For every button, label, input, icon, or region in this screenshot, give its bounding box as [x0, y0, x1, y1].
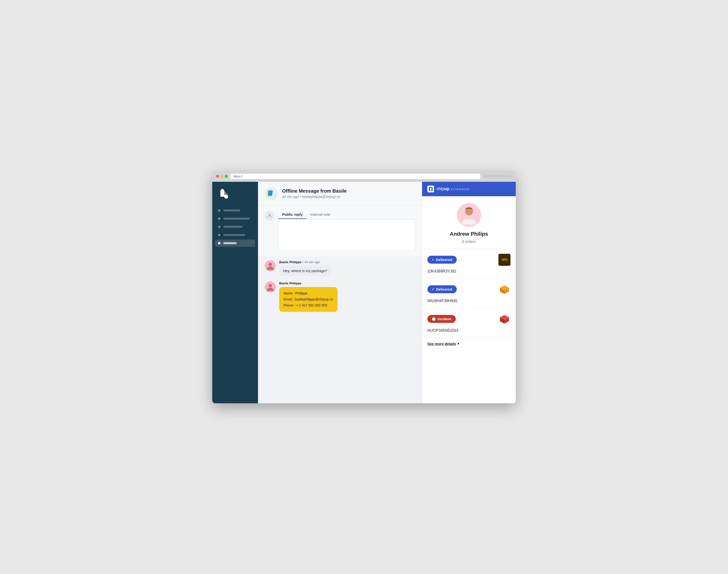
status-label-3: Incident: [437, 317, 452, 321]
user-icon: [267, 213, 272, 218]
order-tracking-2: 04U9H4F39H945: [427, 299, 510, 303]
reply-user-avatar: [265, 211, 274, 220]
order-item-2: ✓ Delivered 04U9H4F39H945: [422, 279, 516, 308]
ticket-email: basilephilippe@shipup.co: [302, 195, 340, 199]
red-box-svg: [499, 314, 510, 325]
chevron-down-icon: ▾: [457, 342, 459, 345]
chat-time-1: 44 min ago: [304, 260, 320, 264]
order-row-2: ✓ Delivered: [427, 283, 510, 295]
ticket-sender-avatar: [265, 187, 278, 200]
check-icon-1: ✓: [432, 258, 434, 261]
info-name-label: Name: [283, 291, 293, 295]
carrier-orange-box-icon: [498, 283, 510, 295]
chat-sender-1: Basile Philippe: [279, 260, 301, 264]
see-more-details[interactable]: See more details ▾: [422, 338, 516, 351]
sidebar-dot-3: [218, 226, 221, 228]
tab-public-reply[interactable]: Public reply: [278, 210, 306, 219]
carrier-red-box-icon: [498, 313, 510, 325]
info-email-value: basilephilippe@shipup.co: [295, 297, 333, 301]
orders-count: 3 orders: [462, 240, 476, 244]
ticket-info: Offline Message from Basile 44 min ago •…: [282, 188, 347, 199]
ticket-separator: •: [300, 195, 302, 199]
order-item-1: ✓ Delivered UPS 3JK4389R3YJ92: [422, 249, 516, 279]
reply-tabs-row: Public reply Internal note: [265, 210, 415, 252]
reply-textarea[interactable]: [278, 219, 415, 251]
chat-sender-2: Basile Philippe: [279, 282, 301, 285]
orders-list: ✓ Delivered UPS 3JK4389R3YJ92 ✓ Delivere…: [422, 249, 516, 403]
sidebar-dot-2: [218, 217, 221, 220]
chat-message-2: Basile Philippe Name : Philippe Email : …: [265, 282, 415, 312]
svg-point-6: [269, 284, 272, 287]
sidebar: [212, 182, 258, 403]
status-badge-2[interactable]: ✓ Delivered: [427, 285, 457, 293]
see-more-link-text[interactable]: See more details: [427, 342, 456, 346]
shipup-extension-label: EXTENSION: [451, 188, 469, 191]
svg-point-4: [269, 263, 272, 266]
sidebar-line-3: [223, 226, 242, 228]
sidebar-item-4[interactable]: [215, 232, 255, 239]
sidebar-line-1: [223, 209, 240, 211]
chat-message-1: Basile Philippe • 44 min ago Hey, where …: [265, 260, 415, 276]
chat-bubble-1: Hey, where is my package?: [279, 266, 331, 276]
ticket-time: 44 min ago: [282, 195, 299, 199]
status-badge-1[interactable]: ✓ Delivered: [427, 256, 457, 264]
status-badge-3[interactable]: 🕐 Incident: [427, 315, 456, 323]
info-name-value: Philippe: [295, 291, 307, 295]
ticket-header: Offline Message from Basile 44 min ago •…: [258, 182, 422, 206]
browser-window: https://: [212, 171, 516, 403]
up-text: up: [444, 187, 449, 191]
carrier-ups-icon: UPS: [498, 254, 510, 266]
chat-body-1: Basile Philippe • 44 min ago Hey, where …: [279, 260, 415, 276]
sidebar-item-3[interactable]: [215, 223, 255, 231]
reply-tab-bar: Public reply Internal note: [278, 210, 415, 219]
reply-area: Public reply Internal note: [258, 206, 422, 256]
browser-chrome: https://: [212, 171, 516, 182]
order-item-3: 🕐 Incident HUOP345NDZ0I3: [422, 308, 516, 338]
shipup-header: shipup EXTENSION: [422, 182, 516, 196]
shipup-title-text: shipup: [436, 187, 449, 192]
order-row-1: ✓ Delivered UPS: [427, 254, 510, 266]
traffic-light-yellow[interactable]: [221, 175, 223, 178]
right-panel: shipup EXTENSION: [422, 182, 516, 403]
customer-name: Andrew Philips: [450, 231, 488, 237]
status-label-2: Delivered: [436, 287, 452, 291]
sidebar-item-5[interactable]: [215, 240, 255, 247]
sidebar-line-5: [223, 242, 237, 244]
status-label-1: Delivered: [436, 258, 452, 262]
chat-body-2: Basile Philippe Name : Philippe Email : …: [279, 282, 415, 312]
customer-avatar-img: [457, 203, 481, 227]
app-layout: Offline Message from Basile 44 min ago •…: [212, 182, 516, 403]
chat-bubble-yellow-2: Name : Philippe Email : basilephilippe@s…: [279, 287, 338, 312]
chat-meta-1: Basile Philippe • 44 min ago: [279, 260, 415, 264]
traffic-light-red[interactable]: [216, 175, 219, 178]
sidebar-item-1[interactable]: [215, 207, 255, 214]
chat-avatar-1: [265, 260, 276, 271]
traffic-light-green[interactable]: [225, 175, 228, 178]
tab-internal-note[interactable]: Internal note: [306, 210, 334, 219]
ticket-meta: 44 min ago • basilephilippe@shipup.co: [282, 195, 347, 199]
browser-search[interactable]: [483, 175, 512, 177]
sidebar-dot-5: [218, 242, 221, 244]
ticket-title: Offline Message from Basile: [282, 188, 347, 194]
chat-meta-2: Basile Philippe: [279, 282, 415, 285]
orange-box-svg: [499, 284, 510, 295]
svg-rect-1: [269, 190, 273, 196]
check-icon-2: ✓: [432, 287, 434, 291]
order-tracking-1: 3JK4389R3YJ92: [427, 269, 510, 274]
sidebar-dot-4: [218, 234, 221, 236]
customer-avatar: [457, 203, 481, 227]
book-icon: [267, 189, 276, 198]
sender-avatar-1: [265, 260, 276, 271]
sidebar-line-2: [223, 218, 250, 219]
shipup-brand: shipup EXTENSION: [436, 187, 469, 192]
sidebar-item-2[interactable]: [215, 215, 255, 222]
chat-area: Basile Philippe • 44 min ago Hey, where …: [258, 256, 422, 403]
ship-text: ship: [436, 187, 444, 191]
customer-profile: Andrew Philips 3 orders: [422, 196, 516, 249]
order-tracking-3: HUOP345NDZ0I3: [427, 328, 510, 333]
shipup-logo-icon: [427, 186, 434, 192]
zendesk-logo-icon: [218, 189, 231, 199]
address-bar[interactable]: https://: [230, 173, 481, 179]
sidebar-dot-1: [218, 209, 221, 212]
chat-avatar-2: [265, 282, 276, 292]
